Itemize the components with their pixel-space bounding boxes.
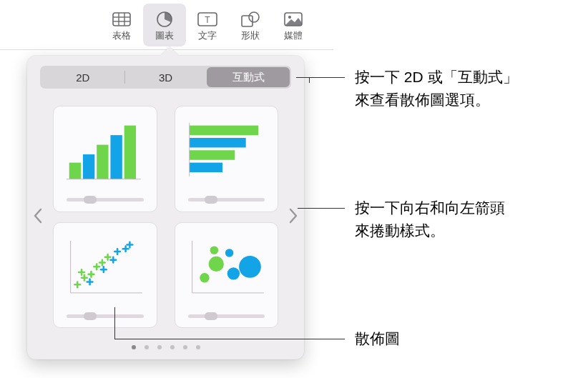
- callout-scatter: 散佈圖: [355, 327, 400, 350]
- bar-chart-preview: [185, 115, 268, 187]
- page-indicator: [132, 345, 200, 349]
- toolbar-chart[interactable]: 圖表: [143, 4, 186, 46]
- svg-point-55: [210, 246, 218, 254]
- page-dot[interactable]: [183, 345, 187, 349]
- callout-leader: [296, 77, 345, 78]
- toolbar-label: 圖表: [155, 29, 174, 42]
- media-icon: [283, 11, 303, 27]
- shape-icon: [240, 11, 260, 27]
- callout-leader: [298, 208, 345, 209]
- scrubber-thumb: [205, 196, 217, 204]
- column-chart-preview: [64, 115, 147, 187]
- svg-rect-12: [69, 163, 81, 179]
- scrubber-track: [67, 198, 144, 202]
- svg-rect-16: [124, 126, 136, 179]
- svg-rect-0: [113, 13, 130, 26]
- scrubber-track: [67, 314, 144, 318]
- svg-rect-13: [83, 154, 94, 179]
- tab-interactive[interactable]: 互動式: [207, 67, 290, 87]
- chart-icon: [155, 11, 175, 27]
- chart-style-area: [27, 97, 304, 334]
- scrubber-track: [188, 314, 265, 318]
- interactive-bar-chart-option[interactable]: [175, 106, 279, 212]
- scatter-chart-preview: [64, 232, 147, 304]
- scrubber-thumb: [84, 312, 97, 320]
- page-dot[interactable]: [157, 345, 162, 349]
- next-style-arrow[interactable]: [281, 194, 305, 237]
- chevron-left-icon: [33, 208, 43, 224]
- toolbar-label: 形狀: [241, 29, 260, 42]
- callout-leader: [309, 77, 310, 83]
- svg-point-53: [200, 272, 209, 282]
- svg-point-56: [225, 249, 233, 257]
- bubble-chart-preview: [185, 232, 268, 304]
- toolbar-shape[interactable]: 形狀: [229, 4, 272, 46]
- toolbar-text[interactable]: T 文字: [186, 4, 229, 46]
- page-dot[interactable]: [196, 345, 200, 349]
- svg-rect-14: [97, 145, 108, 179]
- chart-type-segmented-control: 2D 3D 互動式: [40, 66, 291, 89]
- svg-text:T: T: [205, 15, 210, 25]
- interactive-scatter-chart-option[interactable]: [53, 222, 157, 329]
- scrubber-track: [188, 198, 265, 202]
- callout-line-1: 按一下 2D 或「互動式」: [355, 69, 518, 85]
- toolbar-media[interactable]: 媒體: [272, 4, 315, 46]
- callout-line-2: 來查看散佈圖選項。: [355, 91, 490, 108]
- table-icon: [112, 11, 132, 27]
- style-scrubber[interactable]: [67, 313, 144, 319]
- style-scrubber[interactable]: [188, 313, 265, 319]
- svg-rect-15: [110, 135, 122, 179]
- interactive-column-chart-option[interactable]: [53, 106, 157, 212]
- svg-rect-18: [189, 126, 258, 135]
- callout-label: 散佈圖: [355, 330, 400, 347]
- prev-style-arrow[interactable]: [26, 194, 50, 237]
- style-scrubber[interactable]: [67, 197, 144, 203]
- tab-label: 2D: [76, 71, 89, 84]
- tab-3d[interactable]: 3D: [124, 67, 207, 87]
- svg-rect-20: [189, 150, 235, 159]
- page-dot[interactable]: [144, 345, 149, 349]
- svg-point-58: [239, 255, 261, 277]
- tab-label: 3D: [159, 71, 172, 84]
- chevron-right-icon: [288, 208, 298, 224]
- toolbar-table[interactable]: 表格: [100, 4, 143, 46]
- chart-thumbnail-grid: [53, 106, 278, 328]
- page-dot[interactable]: [170, 345, 175, 349]
- callout-tabs: 按一下 2D 或「互動式」 來查看散佈圖選項。: [355, 66, 518, 111]
- chart-picker-popover: 2D 3D 互動式: [27, 56, 304, 359]
- interactive-bubble-chart-option[interactable]: [175, 222, 279, 329]
- svg-point-9: [249, 12, 259, 22]
- svg-point-54: [208, 256, 223, 271]
- text-icon: T: [197, 11, 217, 27]
- toolbar-label: 表格: [112, 29, 131, 42]
- toolbar-label: 媒體: [284, 29, 303, 42]
- page-dot[interactable]: [132, 345, 136, 349]
- callout-line-1: 按一下向右和向左箭頭: [355, 199, 505, 216]
- scrubber-thumb: [205, 312, 217, 320]
- svg-rect-21: [189, 163, 222, 172]
- insert-toolbar: 表格 圖表 T 文字 形狀 媒體: [0, 0, 333, 50]
- scrubber-thumb: [84, 196, 97, 204]
- callout-line-2: 來捲動樣式。: [355, 222, 445, 239]
- svg-rect-19: [189, 138, 245, 147]
- callout-leader: [114, 339, 345, 339]
- tab-2d[interactable]: 2D: [41, 67, 124, 87]
- style-scrubber[interactable]: [188, 197, 265, 203]
- toolbar-label: 文字: [198, 29, 217, 42]
- svg-point-11: [288, 16, 291, 19]
- callout-arrows: 按一下向右和向左箭頭 來捲動樣式。: [355, 197, 505, 242]
- tab-label: 互動式: [232, 71, 265, 84]
- callout-leader: [114, 307, 115, 339]
- svg-point-57: [227, 267, 239, 279]
